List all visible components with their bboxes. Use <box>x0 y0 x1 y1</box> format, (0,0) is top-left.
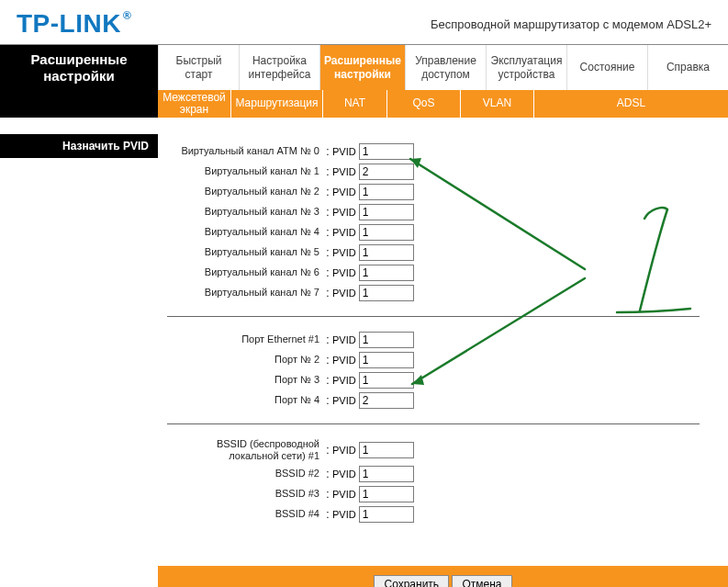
pvid-caption: PVID <box>332 227 356 238</box>
group-bssid: BSSID (беспроводной локальной сети) #1 :… <box>167 430 719 532</box>
sidebar: Назначить PVID <box>0 118 158 559</box>
row-label: Порт № 4 <box>167 394 323 406</box>
row-label: Порт Ethernet #1 <box>167 333 323 345</box>
pvid-row: Виртуальный канал ATM № 0 : PVID <box>167 141 719 161</box>
group-atm: Виртуальный канал ATM № 0 : PVID Виртуал… <box>167 134 719 310</box>
pvid-row: Виртуальный канал № 2 : PVID <box>167 182 719 201</box>
pvid-row: Порт № 3 : PVID <box>167 370 719 389</box>
pvid-row: BSSID #3 : PVID <box>167 484 719 503</box>
sub-nav: Межсетевой экран Маршрутизация NAT QoS V… <box>0 90 728 118</box>
pvid-caption: PVID <box>332 267 356 278</box>
sidebar-title: Расширенные настройки <box>0 45 158 90</box>
pvid-caption: PVID <box>332 509 356 520</box>
pvid-caption: PVID <box>332 375 356 386</box>
pvid-input-atm-0[interactable] <box>359 143 414 160</box>
pvid-input-eth-4[interactable] <box>359 392 414 409</box>
pvid-input-atm-3[interactable] <box>359 204 414 220</box>
pvid-row: BSSID (беспроводной локальной сети) #1 :… <box>167 437 719 463</box>
save-button[interactable]: Сохранить <box>374 575 449 587</box>
row-label: Виртуальный канал № 2 <box>167 186 323 198</box>
pvid-caption: PVID <box>332 247 356 258</box>
cancel-button[interactable]: Отмена <box>452 575 511 587</box>
content-area: Виртуальный канал ATM № 0 : PVID Виртуал… <box>158 118 728 559</box>
pvid-row: Порт № 2 : PVID <box>167 350 719 369</box>
pvid-caption: PVID <box>332 166 356 177</box>
pvid-input-atm-4[interactable] <box>359 224 414 241</box>
pvid-caption: PVID <box>332 468 356 480</box>
pvid-row: Порт № 4 : PVID <box>167 390 719 410</box>
subtab-qos[interactable]: QoS <box>387 90 461 118</box>
pvid-input-atm-2[interactable] <box>359 184 414 200</box>
pvid-input-bssid-4[interactable] <box>359 506 414 523</box>
subtab-routing[interactable]: Маршрутизация <box>231 90 323 118</box>
row-label: BSSID #2 <box>167 468 323 480</box>
tab-access-management[interactable]: Управление доступом <box>405 45 486 90</box>
subtab-firewall[interactable]: Межсетевой экран <box>158 90 231 118</box>
pvid-input-bssid-1[interactable] <box>359 442 414 458</box>
pvid-caption: PVID <box>332 489 356 500</box>
pvid-input-atm-1[interactable] <box>359 164 414 180</box>
pvid-caption: PVID <box>332 146 356 157</box>
row-label: Виртуальный канал № 4 <box>167 226 323 238</box>
main-nav-tabs: Быстрый старт Настройка интерфейса Расши… <box>158 45 728 90</box>
pvid-caption: PVID <box>332 207 356 218</box>
pvid-caption: PVID <box>332 395 356 406</box>
row-label: Виртуальный канал № 1 <box>167 165 323 177</box>
pvid-input-atm-7[interactable] <box>359 285 414 301</box>
pvid-input-eth-1[interactable] <box>359 332 414 348</box>
pvid-row: Виртуальный канал № 1 : PVID <box>167 162 719 181</box>
row-label: BSSID #4 <box>167 508 323 520</box>
pvid-row: BSSID #2 : PVID <box>167 464 719 483</box>
pvid-row: Виртуальный канал № 7 : PVID <box>167 283 719 302</box>
tab-interface-setup[interactable]: Настройка интерфейса <box>239 45 319 90</box>
pvid-input-eth-3[interactable] <box>359 372 414 389</box>
pvid-input-bssid-3[interactable] <box>359 486 414 502</box>
divider <box>167 423 700 424</box>
row-label: BSSID #3 <box>167 488 323 500</box>
row-label: Виртуальный канал № 5 <box>167 246 323 258</box>
group-ethernet: Порт Ethernet #1 : PVID Порт № 2 : PVID … <box>167 322 719 418</box>
pvid-caption: PVID <box>332 288 356 299</box>
row-label: BSSID (беспроводной локальной сети) #1 <box>167 438 323 461</box>
pvid-caption: PVID <box>332 445 356 456</box>
subtab-vlan[interactable]: VLAN <box>461 90 534 118</box>
brand-text: TP-LINK <box>17 9 121 39</box>
row-label: Порт № 3 <box>167 374 323 386</box>
tab-help[interactable]: Справка <box>647 45 728 90</box>
row-label: Виртуальный канал № 6 <box>167 266 323 278</box>
tab-advanced-settings[interactable]: Расширенные настройки <box>319 45 405 90</box>
subtab-adsl[interactable]: ADSL <box>534 90 728 118</box>
pvid-input-bssid-2[interactable] <box>359 466 414 482</box>
pvid-row: BSSID #4 : PVID <box>167 504 719 524</box>
tab-quickstart[interactable]: Быстрый старт <box>158 45 239 90</box>
pvid-row: Виртуальный канал № 3 : PVID <box>167 202 719 221</box>
button-bar: Сохранить Отмена <box>158 566 728 587</box>
pvid-row: Порт Ethernet #1 : PVID <box>167 330 719 349</box>
tab-maintenance[interactable]: Эксплуатация устройства <box>486 45 566 90</box>
header: TP-LINK ® Беспроводной маршрутизатор с м… <box>0 0 728 44</box>
pvid-input-eth-2[interactable] <box>359 352 414 368</box>
pvid-caption: PVID <box>332 334 356 345</box>
pvid-row: Виртуальный канал № 5 : PVID <box>167 243 719 262</box>
main-nav: Расширенные настройки Быстрый старт Наст… <box>0 44 728 90</box>
pvid-caption: PVID <box>332 186 356 198</box>
row-label: Порт № 2 <box>167 354 323 366</box>
tab-status[interactable]: Состояние <box>566 45 647 90</box>
pvid-row: Виртуальный канал № 4 : PVID <box>167 222 719 242</box>
sub-nav-tabs: Межсетевой экран Маршрутизация NAT QoS V… <box>158 90 728 118</box>
subtab-nat[interactable]: NAT <box>323 90 387 118</box>
pvid-input-atm-6[interactable] <box>359 265 414 281</box>
section-title: Назначить PVID <box>0 134 158 158</box>
row-label: Виртуальный канал № 7 <box>167 287 323 299</box>
divider <box>167 316 700 317</box>
pvid-caption: PVID <box>332 355 356 366</box>
brand-logo: TP-LINK ® <box>17 9 131 39</box>
pvid-row: Виртуальный канал № 6 : PVID <box>167 263 719 282</box>
row-label: Виртуальный канал № 3 <box>167 206 323 218</box>
subnav-spacer <box>0 90 158 118</box>
header-subtitle: Беспроводной маршрутизатор с модемом ADS… <box>431 17 711 31</box>
pvid-input-atm-5[interactable] <box>359 244 414 261</box>
brand-reg: ® <box>123 9 131 22</box>
row-label: Виртуальный канал ATM № 0 <box>167 145 323 157</box>
